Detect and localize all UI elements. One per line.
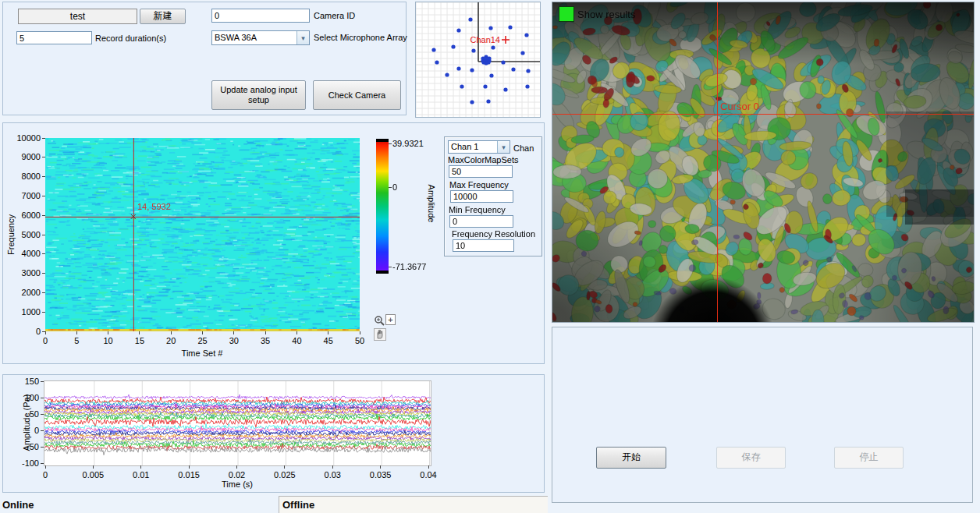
waveform-x-tick-mark bbox=[380, 465, 381, 469]
mic-dot bbox=[470, 68, 474, 72]
spectrogram-x-tick-label: 40 bbox=[292, 336, 301, 345]
mic-dot bbox=[491, 45, 495, 49]
mic-array-label: Select Microphone Array bbox=[314, 33, 407, 42]
check-camera-button[interactable]: Check Camera bbox=[313, 80, 401, 110]
spectrogram-y-tick-label: 3000 bbox=[9, 268, 41, 278]
waveform-y-tick-label: 150 bbox=[11, 377, 39, 386]
mic-dot bbox=[456, 28, 460, 32]
spectrogram-y-tick-label: 4000 bbox=[9, 249, 41, 258]
waveform-y-tick-mark bbox=[41, 430, 44, 431]
colorbar-top-cap bbox=[376, 139, 389, 142]
mic-dot bbox=[431, 48, 435, 51]
camera-id-input[interactable] bbox=[211, 9, 310, 23]
waveform-y-tick-label: -50 bbox=[11, 442, 39, 451]
mic-dot bbox=[520, 51, 524, 55]
zoom-options-button[interactable]: + bbox=[385, 314, 396, 325]
pan-tool-icon[interactable] bbox=[374, 328, 386, 341]
offline-status-label: Offline bbox=[282, 499, 314, 511]
waveform-x-tick-label: 0.005 bbox=[83, 470, 105, 479]
spectrogram-panel: Frequency 14, 5932 Time Set # Amplitude … bbox=[2, 122, 545, 364]
spectrogram-y-tick-mark bbox=[42, 312, 45, 313]
field-input[interactable] bbox=[453, 239, 514, 252]
waveform-x-tick-mark bbox=[428, 465, 429, 469]
waveform-y-tick-label: 50 bbox=[11, 409, 39, 419]
colorbar-tick-mark bbox=[389, 267, 392, 267]
spectrogram-plot[interactable] bbox=[45, 138, 360, 331]
chevron-down-icon[interactable]: ▾ bbox=[497, 141, 510, 153]
app-window: { "settings_panel": { "test_value": "tes… bbox=[0, 0, 980, 513]
stop-button[interactable]: 停止 bbox=[834, 447, 904, 469]
spectrogram-y-tick-label: 1000 bbox=[9, 307, 41, 317]
spectrogram-y-tick-label: 8000 bbox=[9, 172, 41, 181]
field-label: Frequency Resolution bbox=[452, 229, 535, 239]
colorbar-tick-label: 39.9321 bbox=[392, 139, 424, 148]
waveform-y-tick-mark bbox=[41, 447, 44, 448]
field-input[interactable] bbox=[449, 165, 513, 178]
chan-cursor-label: Chan14 bbox=[470, 35, 500, 44]
spectrogram-y-tick-mark bbox=[42, 176, 45, 177]
spectrogram-y-tick-label: 5000 bbox=[9, 230, 41, 239]
waveform-y-tick-label: -100 bbox=[11, 458, 39, 468]
spectrogram-x-tick-label: 30 bbox=[229, 336, 239, 345]
field-input[interactable] bbox=[449, 215, 513, 228]
chevron-down-icon[interactable]: ▾ bbox=[296, 31, 309, 44]
mic-dot bbox=[484, 55, 488, 58]
show-results-label: Show results bbox=[577, 9, 635, 20]
spectrogram-y-tick-mark bbox=[42, 138, 45, 139]
waveform-plot[interactable] bbox=[44, 380, 431, 466]
mic-array-plot[interactable]: Chan14 bbox=[416, 2, 540, 117]
spectrogram-x-tick-mark bbox=[108, 331, 108, 334]
spectrogram-x-tick-mark bbox=[296, 331, 297, 334]
save-button[interactable]: 保存 bbox=[716, 447, 786, 469]
colorbar-tick-label: -71.3677 bbox=[392, 262, 426, 271]
waveform-x-tick-mark bbox=[284, 465, 285, 469]
channel-settings-panel: Chan 1 ▾ Chan MaxColorMapSetsMax Frequen… bbox=[444, 136, 542, 256]
field-input[interactable] bbox=[450, 190, 513, 203]
mic-dot bbox=[468, 17, 472, 21]
waveform-x-tick-mark bbox=[236, 465, 237, 469]
amplitude-colorbar bbox=[376, 139, 389, 274]
spectrogram-y-tick-mark bbox=[42, 253, 45, 254]
spectrogram-x-tick-mark bbox=[76, 331, 77, 334]
waveform-y-tick-mark bbox=[41, 398, 44, 398]
spectrogram-x-tick-mark bbox=[233, 331, 234, 334]
spectrogram-x-tick-mark bbox=[202, 331, 203, 334]
update-analog-input-button[interactable]: Update analog input setup bbox=[211, 80, 306, 110]
spectrogram-y-tick-mark bbox=[42, 292, 45, 293]
mic-dot bbox=[483, 84, 487, 88]
spectrogram-x-tick-label: 20 bbox=[166, 336, 176, 345]
record-duration-label: Record duration(s) bbox=[95, 34, 166, 43]
spectrogram-x-tick-label: 35 bbox=[261, 336, 270, 345]
spectrogram-x-tick-mark bbox=[265, 331, 266, 334]
camera-image[interactable] bbox=[552, 2, 974, 322]
start-button[interactable]: 开始 bbox=[596, 447, 666, 469]
waveform-y-tick-mark bbox=[41, 414, 44, 415]
mic-array-value: BSWA 36A bbox=[215, 33, 257, 42]
spectrogram-x-tick-label: 0 bbox=[43, 336, 48, 345]
waveform-x-tick-mark bbox=[189, 465, 190, 469]
zoom-tool-icon[interactable] bbox=[374, 315, 385, 327]
spectrogram-cursor-label: 14, 5932 bbox=[137, 202, 171, 211]
mic-dot bbox=[445, 73, 449, 76]
mic-dot bbox=[508, 25, 512, 29]
waveform-x-tick-label: 0.025 bbox=[274, 470, 296, 479]
waveform-x-tick-mark bbox=[93, 465, 94, 469]
show-results-checkbox[interactable] bbox=[559, 6, 574, 22]
mic-dot bbox=[488, 26, 492, 30]
spectrogram-y-tick-mark bbox=[42, 157, 45, 157]
waveform-y-tick-mark bbox=[41, 381, 44, 382]
spectrogram-y-tick-mark bbox=[42, 215, 45, 216]
new-button[interactable]: 新建 bbox=[140, 9, 186, 24]
mic-dot bbox=[451, 44, 455, 48]
test-name-display[interactable]: test bbox=[18, 9, 137, 24]
chan-select[interactable]: Chan 1 ▾ bbox=[448, 140, 510, 154]
mic-dot bbox=[511, 67, 515, 71]
offline-status-box: Offline bbox=[279, 496, 548, 513]
mic-array-select[interactable]: BSWA 36A ▾ bbox=[211, 30, 310, 45]
spectrogram-y-tick-mark bbox=[42, 196, 45, 196]
spectrogram-y-tick-label: 6000 bbox=[9, 211, 41, 220]
waveform-x-tick-label: 0 bbox=[43, 470, 48, 479]
waveform-x-tick-label: 0.02 bbox=[229, 470, 245, 479]
record-duration-input[interactable] bbox=[16, 31, 92, 44]
amplitude-axis-label: Amplitude bbox=[427, 185, 436, 223]
